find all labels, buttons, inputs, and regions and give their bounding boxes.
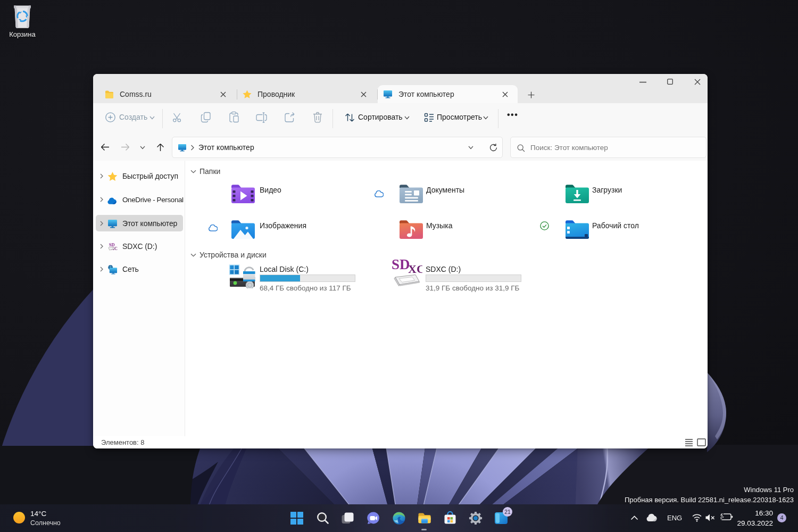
svg-text:SD: SD: [392, 256, 410, 272]
svg-text:XC: XC: [408, 262, 422, 276]
